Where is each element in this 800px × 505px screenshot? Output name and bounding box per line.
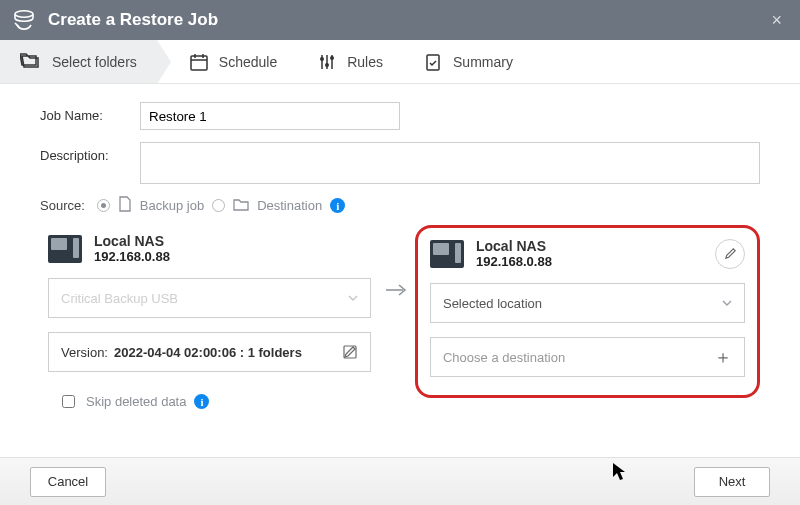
- version-selector: Version: 2022-04-04 02:00:06 : 1 folders: [48, 332, 371, 372]
- description-label: Description:: [40, 142, 140, 163]
- step-label: Schedule: [219, 54, 277, 70]
- destination-panel: Local NAS 192.168.0.88 Selected location…: [415, 225, 760, 398]
- description-input[interactable]: [140, 142, 760, 184]
- folders-icon: [20, 52, 42, 72]
- source-nas-header: Local NAS 192.168.0.88: [48, 233, 371, 264]
- source-nas-name: Local NAS: [94, 233, 170, 249]
- cancel-label: Cancel: [48, 474, 88, 489]
- plus-icon: ＋: [714, 348, 732, 366]
- skip-deleted-row: Skip deleted data: [58, 392, 371, 411]
- source-nas-ip: 192.168.0.88: [94, 249, 170, 264]
- destination-nas-name: Local NAS: [476, 238, 552, 254]
- skip-deleted-label: Skip deleted data: [86, 394, 186, 409]
- job-name-label: Job Name:: [40, 102, 140, 123]
- step-schedule[interactable]: Schedule: [157, 40, 297, 83]
- svg-point-0: [15, 11, 33, 17]
- version-value: 2022-04-04 02:00:06 : 1 folders: [114, 345, 302, 360]
- choose-destination-button[interactable]: Choose a destination ＋: [430, 337, 745, 377]
- destination-nas-ip: 192.168.0.88: [476, 254, 552, 269]
- location-select[interactable]: Selected location: [430, 283, 745, 323]
- step-label: Summary: [453, 54, 513, 70]
- radio-backup-job[interactable]: [97, 199, 110, 212]
- step-label: Select folders: [52, 54, 137, 70]
- backup-job-value: Critical Backup USB: [61, 291, 178, 306]
- location-value: Selected location: [443, 296, 542, 311]
- backup-job-label: Backup job: [140, 198, 204, 213]
- wizard-content: Job Name: Description: Source: Backup jo…: [0, 84, 800, 421]
- svg-rect-1: [191, 56, 207, 70]
- wizard-stepbar: Select folders Schedule Rules Summary: [0, 40, 800, 84]
- job-name-input[interactable]: [140, 102, 400, 130]
- svg-rect-11: [427, 55, 439, 70]
- nas-device-icon: [430, 240, 464, 268]
- destination-nas-header: Local NAS 192.168.0.88: [430, 238, 745, 269]
- sliders-icon: [317, 52, 337, 72]
- source-panel: Local NAS 192.168.0.88 Critical Backup U…: [40, 225, 377, 411]
- radio-destination[interactable]: [212, 199, 225, 212]
- version-label: Version:: [61, 345, 108, 360]
- svg-point-10: [330, 56, 334, 60]
- step-summary[interactable]: Summary: [403, 40, 533, 83]
- calendar-icon: [189, 52, 209, 72]
- nas-device-icon: [48, 235, 82, 263]
- edit-destination-nas-button[interactable]: [715, 239, 745, 269]
- svg-point-8: [325, 63, 329, 67]
- close-button[interactable]: ×: [765, 7, 788, 33]
- step-label: Rules: [347, 54, 383, 70]
- edit-version-button[interactable]: [342, 344, 358, 360]
- job-name-row: Job Name:: [40, 102, 760, 130]
- source-destination-panels: Local NAS 192.168.0.88 Critical Backup U…: [40, 225, 760, 411]
- skip-deleted-checkbox[interactable]: [62, 395, 75, 408]
- choose-destination-label: Choose a destination: [443, 350, 565, 365]
- source-selector: Source: Backup job Destination: [40, 196, 760, 215]
- chevron-down-icon: [348, 295, 358, 301]
- description-row: Description:: [40, 142, 760, 184]
- info-icon[interactable]: [330, 198, 345, 213]
- restore-logo-icon: [12, 9, 36, 31]
- folder-icon: [233, 197, 249, 214]
- source-label: Source:: [40, 198, 85, 213]
- svg-point-6: [320, 57, 324, 61]
- next-button[interactable]: Next: [694, 467, 770, 497]
- next-label: Next: [719, 474, 746, 489]
- dialog-header: Create a Restore Job ×: [0, 0, 800, 40]
- cancel-button[interactable]: Cancel: [30, 467, 106, 497]
- file-icon: [118, 196, 132, 215]
- document-check-icon: [423, 52, 443, 72]
- dialog-title: Create a Restore Job: [48, 10, 218, 30]
- destination-label: Destination: [257, 198, 322, 213]
- chevron-down-icon: [722, 300, 732, 306]
- backup-job-select[interactable]: Critical Backup USB: [48, 278, 371, 318]
- step-select-folders[interactable]: Select folders: [0, 40, 157, 83]
- step-rules[interactable]: Rules: [297, 40, 403, 83]
- info-icon[interactable]: [194, 394, 209, 409]
- dialog-footer: Cancel Next: [0, 457, 800, 505]
- arrow-icon: [385, 225, 407, 297]
